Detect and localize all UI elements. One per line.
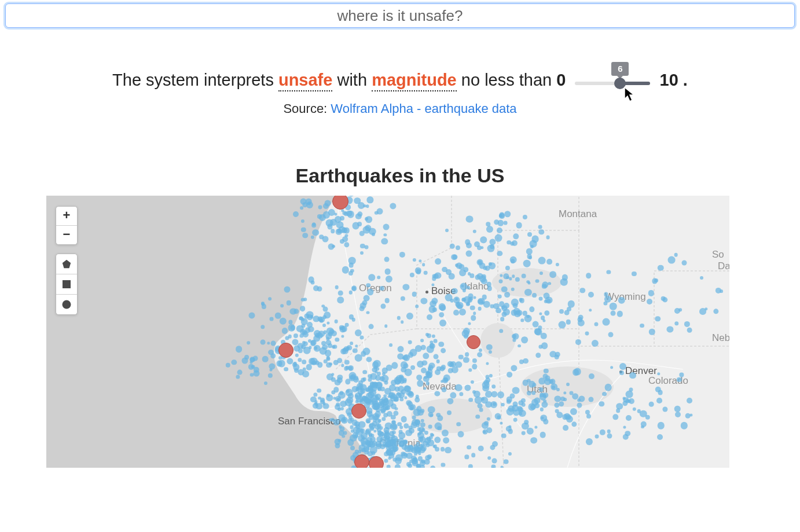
sentence-period: . [683,71,688,89]
pentagon-icon [61,259,72,269]
keyword-unsafe[interactable]: unsafe [278,71,332,91]
interpret-prefix: The system interprets [112,71,278,89]
basemap [46,196,729,468]
slider-handle[interactable] [614,78,626,89]
interpret-mid: with [337,71,372,89]
rectangle-tool-button[interactable] [56,274,77,294]
source-link[interactable]: Wolfram Alpha - earthquake data [331,101,516,116]
svg-point-7 [63,300,71,309]
city-dot [619,370,622,373]
svg-point-3 [411,398,492,433]
zoom-in-button[interactable]: + [56,207,77,225]
interpretation-sentence: The system interprets unsafe with magnit… [0,67,800,96]
circle-icon [61,299,72,310]
shape-tool-panel [56,254,78,315]
slider-max-label: 10 [660,71,678,89]
zoom-out-button[interactable]: − [56,225,77,244]
city-dot [425,291,428,293]
zoom-control: + − [56,206,78,245]
interpret-after: no less than [461,71,556,89]
polygon-tool-button[interactable] [56,254,77,274]
svg-point-4 [480,323,515,358]
keyword-magnitude[interactable]: magnitude [372,71,457,91]
map-title: Earthquakes in the US [0,164,800,187]
source-label: Source: [283,101,331,116]
svg-marker-5 [63,260,71,268]
source-line: Source: Wolfram Alpha - earthquake data [0,101,800,116]
magnitude-slider[interactable]: 6 [575,67,650,96]
search-input[interactable] [5,3,795,28]
square-icon [62,280,71,289]
svg-point-1 [492,268,562,297]
circle-tool-button[interactable] [56,294,77,314]
earthquake-map[interactable]: + − MontanaIdahoWyomingOregonNevadaUtahC… [46,196,729,468]
slider-min-label: 0 [556,71,566,89]
slider-tooltip: 6 [611,62,629,76]
svg-rect-6 [63,280,71,288]
